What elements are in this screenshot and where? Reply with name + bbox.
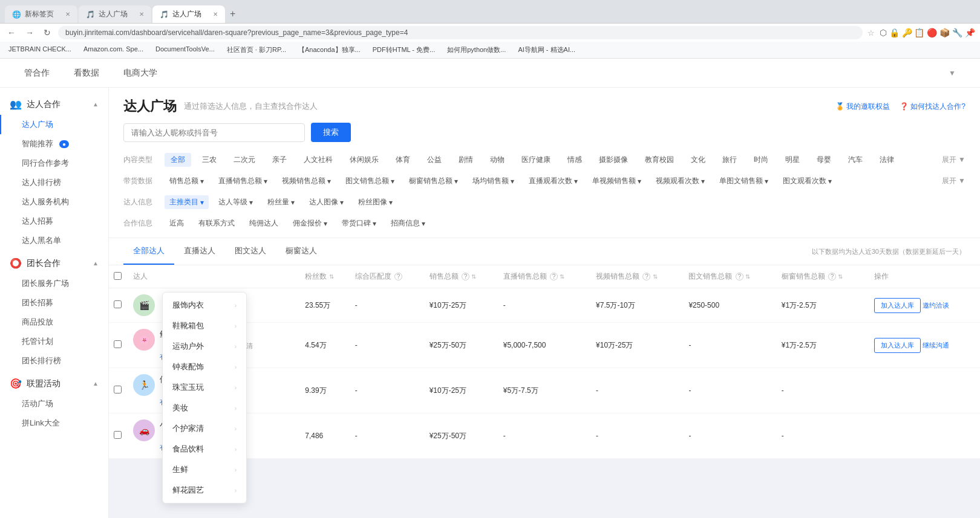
filter-image-sales[interactable]: 图文销售总额 ▾ (341, 174, 399, 188)
filter-reputation[interactable]: 带货口碑 ▾ (337, 216, 381, 230)
sidebar-item-tz-recruit[interactable]: 团长招募 (0, 293, 108, 312)
nav-manage[interactable]: 管合作 (24, 59, 50, 87)
how-to-link[interactable]: ❓ 如何找达人合作? (900, 102, 965, 112)
filter-tag-sannong[interactable]: 三农 (196, 153, 223, 167)
filter-tag-law[interactable]: 法律 (874, 153, 900, 167)
filter-fans[interactable]: 粉丝量 ▾ (263, 195, 299, 209)
filter-tag-renwen[interactable]: 人文社科 (298, 153, 339, 167)
tab-all-daren[interactable]: 全部达人 (123, 238, 174, 265)
filter-tag-erci[interactable]: 二次元 (227, 153, 261, 167)
menu-item-food[interactable]: 食品饮料 › (163, 439, 246, 459)
filter-tag-photo[interactable]: 摄影摄像 (593, 153, 634, 167)
info-icon[interactable]: ? (550, 273, 558, 280)
menu-item-shoes[interactable]: 鞋靴箱包 › (163, 316, 246, 336)
menu-item-personal-care[interactable]: 个护家清 › (163, 418, 246, 439)
bookmark-item-1[interactable]: Amazon.com. Spe... (80, 44, 147, 56)
filter-tag-star[interactable]: 明星 (779, 153, 806, 167)
bookmark-item-0[interactable]: JETBRAIN CHECK... (5, 44, 75, 56)
tab-window-daren[interactable]: 橱窗达人 (276, 238, 327, 265)
filter-tag-travel[interactable]: 旅行 (716, 153, 743, 167)
menu-item-beauty[interactable]: 美妆 › (163, 398, 246, 418)
filter-pure-commission[interactable]: 纯佣达人 (244, 216, 283, 230)
sidebar-section-tuanzhang-header[interactable]: ⭕ 团长合作 ▲ (0, 253, 108, 274)
filter-fans-image[interactable]: 粉丝图像 ▾ (353, 195, 397, 209)
filter-commission-price[interactable]: 佣金报价 ▾ (288, 216, 332, 230)
filter-contact[interactable]: 有联系方式 (194, 216, 240, 230)
tab-new[interactable]: 🌐 新标签页 ✕ (5, 5, 77, 23)
menu-item-watches[interactable]: 钟表配饰 › (163, 357, 246, 377)
nav-ecommerce[interactable]: 电商大学 (123, 59, 157, 87)
info-icon[interactable]: ? (828, 273, 836, 280)
filter-main-category[interactable]: 主推类目 ▾ (165, 195, 209, 209)
row-checkbox[interactable] (114, 431, 122, 439)
filter-tag-health[interactable]: 医疗健康 (515, 153, 557, 167)
menu-item-flowers[interactable]: 鲜花园艺 › (163, 480, 246, 500)
bookmark-item-4[interactable]: 【Anaconda】独享... (295, 44, 364, 56)
th-window-sales[interactable]: 橱窗销售总额 ? ⇅ (777, 265, 869, 288)
select-all-checkbox[interactable] (114, 272, 122, 280)
expand-data-btn[interactable]: 展开 ▼ (942, 176, 965, 186)
filter-live-sales[interactable]: 直播销售总额 ▾ (214, 174, 272, 188)
reload-button[interactable]: ↻ (41, 27, 53, 39)
sidebar-item-blacklist[interactable]: 达人黑名单 (0, 231, 108, 250)
filter-tag-car[interactable]: 汽车 (842, 153, 869, 167)
sidebar-item-recruit[interactable]: 达人招募 (0, 212, 108, 231)
filter-single-video-sales[interactable]: 单视频销售额 ▾ (587, 174, 646, 188)
sidebar-item-peer-reference[interactable]: 同行合作参考 (0, 154, 108, 173)
filter-tag-juqing[interactable]: 剧情 (452, 153, 479, 167)
row-checkbox[interactable] (114, 386, 122, 393)
filter-tag-xiuxian[interactable]: 休闲娱乐 (344, 153, 385, 167)
filter-video-sales[interactable]: 视频销售总额 ▾ (277, 174, 336, 188)
th-image-sales[interactable]: 图文销售总额 ? ⇅ (684, 265, 776, 288)
collapse-btn[interactable]: ▼ (949, 69, 956, 77)
filter-avg-sales[interactable]: 场均销售额 ▾ (468, 174, 519, 188)
row-checkbox[interactable] (114, 300, 122, 308)
tab-live-daren[interactable]: 直播达人 (174, 238, 225, 265)
bookmark-star[interactable]: ☆ (867, 28, 875, 37)
bookmark-item-5[interactable]: PDF转HTML - 免费... (369, 44, 439, 56)
sidebar-item-tz-square[interactable]: 团长服务广场 (0, 274, 108, 293)
filter-live-views[interactable]: 直播观看次数 ▾ (524, 174, 583, 188)
filter-tag-culture[interactable]: 文化 (685, 153, 711, 167)
th-sales[interactable]: 销售总额 ? ⇅ (425, 265, 498, 288)
action-text-btn[interactable]: 邀约洽谈 (923, 301, 949, 310)
menu-item-fresh[interactable]: 生鲜 › (163, 459, 246, 480)
filter-video-views[interactable]: 视频观看次数 ▾ (651, 174, 710, 188)
row-checkbox[interactable] (114, 340, 122, 348)
tab-close-btn[interactable]: ✕ (65, 11, 70, 18)
sidebar-item-daren-square[interactable]: 达人广场 (0, 115, 108, 134)
add-to-pool-btn[interactable]: 加入达人库 (874, 298, 921, 313)
bookmark-item-3[interactable]: 社区首页 · 影刀RP... (223, 44, 290, 56)
filter-window-sales[interactable]: 橱窗销售总额 ▾ (404, 174, 463, 188)
expand-content-btn[interactable]: 展开 ▼ (942, 155, 965, 165)
menu-item-clothing[interactable]: 服饰内衣 › (163, 295, 246, 316)
sidebar-item-smart-recommend[interactable]: 智能推荐 ● (0, 134, 108, 154)
filter-tag-emotion[interactable]: 情感 (561, 153, 588, 167)
sidebar-item-agency[interactable]: 达人服务机构 (0, 192, 108, 212)
filter-influencer-image[interactable]: 达人图像 ▾ (304, 195, 348, 209)
tab-close-btn[interactable]: ✕ (139, 11, 144, 18)
sidebar-item-pin-link[interactable]: 拼Link大全 (0, 413, 108, 433)
bookmark-item-7[interactable]: AI导航网 - 精选AI... (514, 44, 579, 56)
menu-item-sports[interactable]: 运动户外 › (163, 336, 246, 357)
menu-item-jewelry[interactable]: 珠宝玉玩 › (163, 377, 246, 398)
filter-sales-total[interactable]: 销售总额 ▾ (165, 174, 209, 188)
filter-investment[interactable]: 招商信息 ▾ (386, 216, 430, 230)
search-input[interactable] (123, 123, 305, 142)
filter-level[interactable]: 达人等级 ▾ (214, 195, 258, 209)
sidebar-item-activity-square[interactable]: 活动广场 (0, 394, 108, 413)
back-button[interactable]: ← (5, 27, 18, 39)
invite-link[interactable]: 🏅 我的邀联权益 (835, 102, 890, 112)
info-icon[interactable]: ? (736, 273, 743, 280)
bookmark-item-6[interactable]: 如何用python做数... (443, 44, 509, 56)
filter-tag-baby[interactable]: 母婴 (811, 153, 837, 167)
sidebar-section-alliance-header[interactable]: 🎯 联盟活动 ▲ (0, 373, 108, 394)
info-icon[interactable]: ? (462, 273, 469, 280)
info-icon[interactable]: ? (642, 273, 650, 280)
th-live-sales[interactable]: 直播销售总额 ? ⇅ (498, 265, 591, 288)
bookmark-item-2[interactable]: DocumentToolsVe... (152, 44, 218, 56)
filter-single-image-sales[interactable]: 单图文销售额 ▾ (714, 174, 773, 188)
th-video-sales[interactable]: 视频销售总额 ? ⇅ (591, 265, 684, 288)
sidebar-item-ranking[interactable]: 达人排行榜 (0, 173, 108, 192)
filter-tag-qinzi[interactable]: 亲子 (266, 153, 293, 167)
